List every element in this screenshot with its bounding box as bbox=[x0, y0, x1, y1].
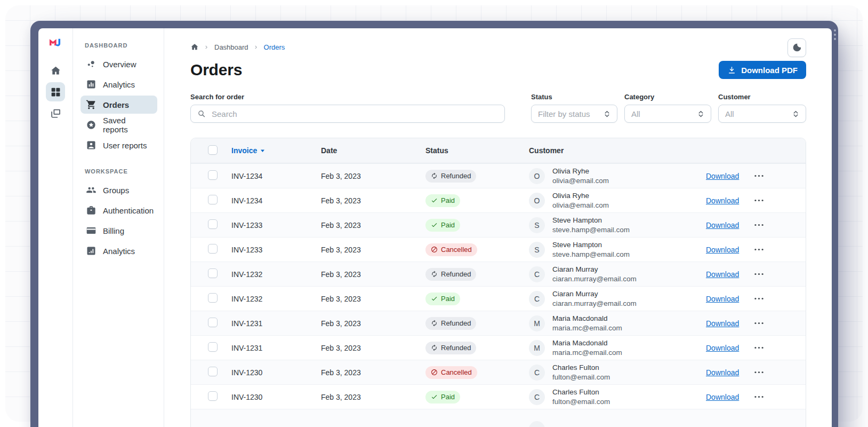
ellipsis-icon bbox=[754, 322, 763, 325]
stacked-windows-icon bbox=[50, 108, 61, 119]
sidebar-item-orders[interactable]: Orders bbox=[81, 96, 157, 114]
refresh-icon bbox=[431, 172, 438, 179]
column-header-status: Status bbox=[425, 146, 529, 155]
download-link[interactable]: Download bbox=[706, 221, 751, 230]
chevron-right-icon bbox=[253, 44, 260, 51]
row-checkbox[interactable] bbox=[208, 170, 218, 180]
table-row: INV-1232 Feb 3, 2023 Refunded CCiaran Mu… bbox=[191, 262, 806, 286]
sidebar-item-overview[interactable]: Overview bbox=[81, 55, 157, 73]
table-row: INV-1231 Feb 3, 2023 Refunded MMaria Mac… bbox=[191, 311, 806, 335]
avatar: O bbox=[529, 168, 545, 184]
row-checkbox[interactable] bbox=[208, 244, 218, 254]
sidebar-item-groups[interactable]: Groups bbox=[81, 181, 157, 199]
breadcrumb: Dashboard Orders bbox=[190, 43, 806, 51]
breadcrumb-orders[interactable]: Orders bbox=[264, 43, 285, 51]
sidebar-section-header: WORKSPACE bbox=[85, 168, 157, 175]
avatar: M bbox=[529, 340, 545, 356]
check-icon bbox=[431, 295, 438, 302]
row-checkbox[interactable] bbox=[208, 367, 218, 376]
invoice-cell: INV-1232 bbox=[231, 295, 321, 303]
customer-email: olivia@email.com bbox=[552, 176, 609, 186]
download-icon bbox=[727, 66, 736, 75]
row-menu-button[interactable] bbox=[751, 169, 767, 183]
customer-name: Charles Fulton bbox=[552, 388, 610, 397]
row-checkbox[interactable] bbox=[208, 342, 218, 352]
row-menu-button[interactable] bbox=[751, 292, 767, 306]
download-link[interactable]: Download bbox=[706, 196, 751, 205]
customer-email: fulton@email.com bbox=[552, 373, 610, 382]
customer-email: ciaran.murray@email.com bbox=[552, 299, 637, 309]
download-link[interactable]: Download bbox=[706, 172, 751, 180]
sidebar-item-analytics[interactable]: Analytics bbox=[81, 75, 157, 93]
row-checkbox[interactable] bbox=[208, 318, 218, 327]
row-menu-button[interactable] bbox=[751, 366, 767, 379]
row-menu-button[interactable] bbox=[751, 267, 767, 281]
status-chip: Paid bbox=[425, 391, 460, 404]
rail-dashboard-button[interactable] bbox=[46, 82, 65, 101]
row-checkbox[interactable] bbox=[208, 219, 218, 229]
row-checkbox[interactable] bbox=[208, 391, 218, 401]
sidebar-item-analytics-workspace[interactable]: Analytics bbox=[81, 242, 157, 260]
status-chip: Cancelled bbox=[425, 366, 477, 379]
sidebar-item-authentication[interactable]: Authentication bbox=[81, 201, 157, 219]
download-link[interactable]: Download bbox=[706, 344, 751, 352]
dashboard-grid-icon bbox=[50, 86, 61, 98]
sidebar-item-billing[interactable]: Billing bbox=[81, 222, 157, 240]
row-checkbox[interactable] bbox=[208, 195, 218, 204]
dark-mode-toggle[interactable] bbox=[787, 38, 806, 57]
sort-arrow-icon bbox=[260, 148, 266, 154]
refresh-icon bbox=[431, 344, 438, 351]
status-chip: Cancelled bbox=[425, 243, 477, 256]
row-checkbox[interactable] bbox=[208, 268, 218, 278]
search-label: Search for order bbox=[190, 93, 505, 101]
customer-name: Ciaran Murray bbox=[552, 289, 637, 299]
rail-home-button[interactable] bbox=[46, 61, 65, 80]
customer-name: Olivia Ryhe bbox=[552, 167, 609, 176]
sidebar-item-user-reports[interactable]: User reports bbox=[81, 136, 157, 154]
row-menu-button[interactable] bbox=[751, 243, 767, 257]
status-chip: Refunded bbox=[425, 342, 476, 354]
search-input[interactable] bbox=[211, 109, 498, 119]
date-cell: Feb 3, 2023 bbox=[321, 172, 425, 180]
row-menu-button[interactable] bbox=[751, 317, 767, 330]
select-arrows-icon bbox=[604, 109, 610, 118]
row-menu-button[interactable] bbox=[751, 390, 767, 404]
scrollbar-thumb[interactable] bbox=[834, 29, 836, 40]
shopping-cart-icon bbox=[86, 99, 97, 110]
breadcrumb-dashboard[interactable]: Dashboard bbox=[214, 43, 248, 51]
mui-logo[interactable] bbox=[49, 36, 63, 49]
rail-windows-button[interactable] bbox=[46, 104, 65, 123]
row-menu-button[interactable] bbox=[751, 341, 767, 355]
download-link[interactable]: Download bbox=[706, 368, 751, 377]
date-cell: Feb 3, 2023 bbox=[321, 246, 425, 254]
download-link[interactable]: Download bbox=[706, 295, 751, 303]
category-select[interactable]: All bbox=[624, 105, 711, 123]
search-icon bbox=[197, 109, 206, 118]
download-link[interactable]: Download bbox=[706, 270, 751, 279]
status-chip: Refunded bbox=[425, 170, 476, 183]
row-menu-button[interactable] bbox=[751, 194, 767, 208]
sidebar: DASHBOARD Overview Analytics Orders Save… bbox=[73, 28, 164, 427]
download-pdf-button[interactable]: Download PDF bbox=[719, 61, 806, 79]
row-menu-button[interactable] bbox=[751, 218, 767, 232]
sidebar-item-label: Analytics bbox=[103, 247, 135, 256]
status-chip: Paid bbox=[425, 219, 460, 232]
sidebar-item-saved-reports[interactable]: Saved reports bbox=[81, 116, 157, 134]
analytics-icon bbox=[86, 246, 97, 256]
ellipsis-icon bbox=[754, 199, 763, 202]
app-window-frame: DASHBOARD Overview Analytics Orders Save… bbox=[30, 21, 838, 427]
download-link[interactable]: Download bbox=[706, 246, 751, 254]
row-checkbox[interactable] bbox=[208, 293, 218, 303]
home-icon[interactable] bbox=[190, 43, 199, 51]
date-cell: Feb 3, 2023 bbox=[321, 270, 425, 279]
date-cell: Feb 3, 2023 bbox=[321, 393, 425, 401]
column-header-invoice[interactable]: Invoice bbox=[231, 146, 321, 155]
status-select[interactable]: Filter by status bbox=[531, 105, 617, 123]
customer-select[interactable]: All bbox=[718, 105, 806, 123]
customer-name: Charles Fulton bbox=[552, 363, 610, 373]
download-link[interactable]: Download bbox=[706, 393, 751, 401]
customer-name: Steve Hampton bbox=[552, 240, 630, 250]
download-link[interactable]: Download bbox=[706, 319, 751, 328]
select-all-checkbox[interactable] bbox=[208, 145, 218, 155]
date-cell: Feb 3, 2023 bbox=[321, 221, 425, 230]
